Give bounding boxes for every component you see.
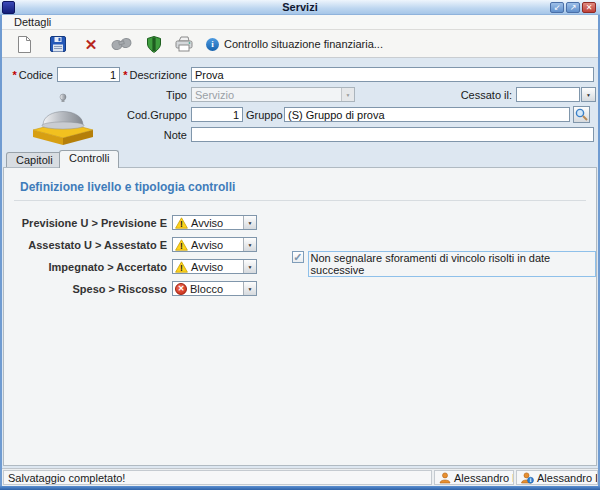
descrizione-input[interactable] bbox=[191, 67, 594, 82]
non-segnalare-checkbox-row: ✓ Non segnalare sforamenti di vincolo ri… bbox=[292, 251, 596, 277]
tipo-select: Servizio ▼ bbox=[191, 87, 355, 102]
chevron-down-icon: ▼ bbox=[243, 216, 256, 229]
menubar: Dettagli bbox=[2, 15, 598, 30]
non-segnalare-checkbox[interactable]: ✓ bbox=[292, 251, 304, 263]
controllo-situazione-button[interactable]: i Controllo situazione finanziaria... bbox=[202, 33, 387, 55]
non-segnalare-label[interactable]: Non segnalare sforamenti di vincolo riso… bbox=[308, 251, 596, 277]
descrizione-label: *Descrizione bbox=[116, 69, 187, 81]
shield-icon bbox=[147, 36, 161, 53]
restore-down-icon: ↙ bbox=[554, 3, 561, 12]
speso-value: Blocco bbox=[187, 283, 243, 295]
codice-label: *Codice bbox=[6, 69, 53, 81]
new-record-button[interactable] bbox=[12, 33, 36, 55]
gruppo-input[interactable] bbox=[284, 107, 570, 122]
block-icon: ✕ bbox=[175, 283, 187, 295]
cod-gruppo-input[interactable] bbox=[191, 107, 243, 122]
status-user-panel-2[interactable]: i Alessandro I... bbox=[516, 470, 598, 485]
block-x-mark: ✕ bbox=[178, 284, 185, 293]
assestato-label: Assestato U > Assestato E bbox=[4, 239, 167, 251]
gruppo-search-button[interactable] bbox=[573, 106, 590, 123]
svg-text:!: ! bbox=[180, 219, 183, 229]
controlli-panel: Definizione livello e tipologia controll… bbox=[3, 167, 597, 466]
cessato-input[interactable] bbox=[516, 87, 580, 102]
cessato-label: Cessato il: bbox=[440, 89, 512, 101]
new-document-icon bbox=[17, 36, 32, 53]
window-close-button[interactable]: ✕ bbox=[582, 2, 596, 13]
section-divider bbox=[14, 200, 586, 201]
warning-icon: ! bbox=[175, 239, 188, 251]
record-form: *Codice *Descrizione Tipo Servizio ▼ Ces… bbox=[2, 58, 598, 150]
previsione-select[interactable]: ! Avviso ▼ bbox=[172, 215, 257, 230]
delete-x-icon: ✕ bbox=[85, 37, 98, 52]
warning-icon: ! bbox=[175, 261, 188, 273]
note-label: Note bbox=[116, 129, 187, 141]
tab-capitoli[interactable]: Capitoli bbox=[6, 152, 63, 167]
tipo-value: Servizio bbox=[192, 89, 341, 101]
user-name-2: Alessandro I... bbox=[537, 472, 598, 484]
chevron-down-icon: ▼ bbox=[243, 238, 256, 251]
titlebar: Servizi ↙ ↗ ✕ bbox=[0, 0, 600, 15]
toolbar: ✕ i Controllo situazione finanziaria... bbox=[2, 30, 598, 58]
impegnato-value: Avviso bbox=[188, 261, 243, 273]
controllo-situazione-label: Controllo situazione finanziaria... bbox=[224, 38, 383, 50]
check-icon: ✓ bbox=[293, 252, 302, 262]
window-restore-button[interactable]: ↙ bbox=[550, 2, 564, 13]
section-title: Definizione livello e tipologia controll… bbox=[20, 180, 235, 194]
previsione-label: Previsione U > Previsione E bbox=[4, 217, 167, 229]
chevron-down-icon: ▼ bbox=[586, 92, 591, 98]
delete-button[interactable]: ✕ bbox=[79, 33, 103, 55]
impegnato-select[interactable]: ! Avviso ▼ bbox=[172, 259, 257, 274]
chevron-down-icon: ▼ bbox=[243, 282, 256, 295]
window-maximize-button[interactable]: ↗ bbox=[566, 2, 580, 13]
assestato-select[interactable]: ! Avviso ▼ bbox=[172, 237, 257, 252]
codice-input[interactable] bbox=[57, 67, 120, 82]
service-cloche-icon bbox=[30, 90, 96, 146]
chevron-down-icon: ▼ bbox=[243, 260, 256, 273]
user-name-1: Alessandro I... bbox=[454, 472, 514, 484]
tipo-label: Tipo bbox=[116, 89, 187, 101]
info-icon: i bbox=[206, 38, 219, 51]
maximize-icon: ↗ bbox=[570, 3, 577, 12]
gruppo-label: Gruppo bbox=[246, 109, 280, 121]
print-button[interactable] bbox=[172, 33, 196, 55]
note-input[interactable] bbox=[191, 127, 594, 142]
required-mark: * bbox=[123, 69, 127, 81]
chevron-down-icon: ▼ bbox=[341, 88, 354, 101]
validate-button[interactable] bbox=[142, 33, 166, 55]
svg-text:!: ! bbox=[180, 263, 183, 273]
cessato-dropdown-button[interactable]: ▼ bbox=[581, 87, 596, 102]
menu-dettagli[interactable]: Dettagli bbox=[10, 16, 55, 28]
assestato-value: Avviso bbox=[188, 239, 243, 251]
previsione-value: Avviso bbox=[188, 217, 243, 229]
save-button[interactable] bbox=[46, 33, 70, 55]
speso-select[interactable]: ✕ Blocco ▼ bbox=[172, 281, 257, 296]
status-message: Salvataggio completato! bbox=[8, 472, 125, 484]
svg-text:!: ! bbox=[180, 241, 183, 251]
status-user-panel-1[interactable]: Alessandro I... bbox=[434, 470, 514, 485]
user-info-icon: i bbox=[521, 472, 534, 484]
search-binoculars-button[interactable] bbox=[110, 33, 134, 55]
impegnato-label: Impegnato > Accertato bbox=[4, 261, 167, 273]
status-message-panel: Salvataggio completato! bbox=[3, 470, 432, 485]
close-icon: ✕ bbox=[586, 3, 593, 12]
window-title: Servizi bbox=[0, 1, 600, 13]
statusbar: Salvataggio completato! Alessandro I... … bbox=[2, 468, 598, 486]
save-floppy-icon bbox=[50, 36, 66, 52]
search-icon bbox=[575, 108, 588, 121]
binoculars-icon bbox=[111, 37, 133, 51]
info-mark: i bbox=[211, 39, 214, 49]
warning-icon: ! bbox=[175, 217, 188, 229]
servizi-window: Servizi ↙ ↗ ✕ Dettagli ✕ bbox=[0, 0, 600, 490]
tab-controlli[interactable]: Controlli bbox=[59, 150, 119, 168]
window-border-bottom bbox=[0, 486, 600, 490]
cod-gruppo-label: Cod.Gruppo bbox=[110, 109, 187, 121]
speso-label: Speso > Riscosso bbox=[4, 283, 167, 295]
required-mark: * bbox=[12, 69, 16, 81]
printer-icon bbox=[175, 36, 193, 52]
window-border-left bbox=[0, 15, 2, 490]
user-icon bbox=[439, 472, 451, 484]
